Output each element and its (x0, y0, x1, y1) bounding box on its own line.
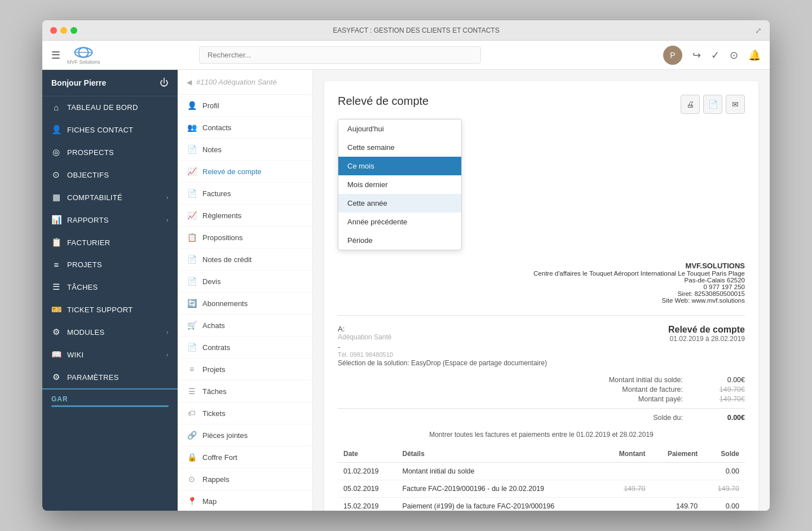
secondary-nav-label: Propositions (202, 233, 243, 242)
secondary-nav-reglements[interactable]: 📈 Règlements (178, 205, 312, 227)
row3-date: 15.02.2019 (338, 498, 396, 511)
period-option-prev-year[interactable]: Année précédente (338, 213, 461, 231)
sidebar-item-objectifs[interactable]: ⊙ OBJECTIFS (42, 163, 178, 186)
close-button[interactable] (50, 27, 57, 34)
summary-initial-row: Montant initial du solde: 0.00€ (609, 376, 745, 384)
sidebar-item-label: MODULES (67, 328, 104, 337)
secondary-nav-coffre-fort[interactable]: 🔒 Coffre Fort (178, 446, 312, 468)
summary-paye-value: 149.70€ (705, 395, 745, 403)
sidebar-item-label: TABLEAU DE BORD (67, 103, 138, 112)
secondary-nav-notes-credit[interactable]: 📄 Notes de crédit (178, 249, 312, 271)
map-icon: 📍 (187, 497, 197, 506)
secondary-nav-abonnements[interactable]: 🔄 Abonnements (178, 293, 312, 315)
secondary-sidebar-header: ◀ #1100 Adéquation Santé (178, 70, 312, 95)
secondary-nav-profil[interactable]: 👤 Profil (178, 95, 312, 117)
row2-solde: 149.70 (703, 480, 745, 498)
clock-icon[interactable]: ⊙ (730, 49, 738, 61)
user-avatar[interactable]: P (663, 46, 682, 65)
secondary-nav-map[interactable]: 📍 Map (178, 490, 312, 511)
summary-paye-label: Montant payé: (638, 395, 683, 403)
secondary-nav-achats[interactable]: 🛒 Achats (178, 315, 312, 337)
pdf-button[interactable]: 📄 (703, 95, 722, 114)
summary-initial-label: Montant initial du solde: (609, 376, 683, 384)
period-option-today[interactable]: Aujourd'hui (338, 120, 461, 138)
period-dropdown-menu[interactable]: Aujourd'hui Cette semaine Ce mois Mois d… (338, 119, 462, 250)
sidebar-item-modules[interactable]: ⚙ MODULES › (42, 321, 178, 343)
factures-icon: 📄 (187, 189, 197, 198)
rapports-icon: 📊 (51, 215, 61, 225)
secondary-nav-label: Tickets (202, 409, 226, 418)
col-montant: Montant (603, 445, 651, 463)
secondary-nav-projets[interactable]: ≡ Projets (178, 359, 312, 380)
period-option-this-week[interactable]: Cette semaine (338, 138, 461, 157)
sidebar-item-wiki[interactable]: 📖 WIKI › (42, 343, 178, 366)
secondary-nav-devis[interactable]: 📄 Devis (178, 271, 312, 293)
print-button[interactable]: 🖨 (681, 95, 700, 114)
search-input[interactable] (199, 46, 481, 64)
secondary-nav-tickets[interactable]: 🏷 Tickets (178, 402, 312, 424)
power-icon[interactable]: ⏻ (160, 78, 169, 88)
secondary-nav-rappels[interactable]: ⊙ Rappels (178, 468, 312, 490)
row3-solde: 0.00 (703, 498, 745, 511)
secondary-nav-label: Notes de crédit (202, 255, 251, 264)
secondary-nav-label: Tâches (202, 387, 227, 396)
sidebar-item-ticket-support[interactable]: 🎫 TICKET SUPPORT (42, 298, 178, 321)
secondary-nav-contacts[interactable]: 👥 Contacts (178, 117, 312, 139)
titlebar: EASYFACT : GESTION DES CLIENTS ET CONTAC… (42, 20, 770, 41)
projets-icon: ≡ (51, 260, 61, 269)
contrats-icon: 📄 (187, 343, 197, 352)
modules-icon: ⚙ (51, 327, 61, 337)
secondary-nav-contrats[interactable]: 📄 Contrats (178, 337, 312, 359)
period-option-this-year[interactable]: Cette année (338, 194, 461, 213)
parametres-icon: ⚙ (51, 372, 61, 382)
row3-details: Paiement (#199) de la facture FAC-2019/0… (396, 498, 603, 511)
col-paiement: Paiement (651, 445, 703, 463)
profil-icon: 👤 (187, 101, 197, 110)
chevron-right-icon: › (166, 351, 169, 358)
sidebar-item-taches[interactable]: ☰ TÂCHES (42, 276, 178, 298)
sidebar-item-prospects[interactable]: ◎ PROSPECTS (42, 141, 178, 163)
expand-icon[interactable]: ⤢ (755, 26, 762, 35)
sidebar-item-facturier[interactable]: 📋 FACTURIER (42, 231, 178, 254)
period-option-this-month[interactable]: Ce mois (338, 157, 461, 175)
sidebar-item-fiches-contact[interactable]: 👤 FICHES CONTACT (42, 118, 178, 141)
secondary-nav-factures[interactable]: 📄 Factures (178, 183, 312, 205)
sidebar-item-comptabilite[interactable]: ▦ COMPTABILITÉ › (42, 186, 178, 209)
sidebar-item-tableau-de-bord[interactable]: ⌂ TABLEAU DE BORD (42, 96, 178, 118)
check-icon[interactable]: ✓ (711, 49, 720, 61)
sidebar-item-parametres[interactable]: ⚙ PARAMÈTRES (42, 366, 178, 388)
share-icon[interactable]: ↪ (692, 49, 701, 61)
secondary-nav-releve-compte[interactable]: 📈 Relevé de compte (178, 161, 312, 183)
bell-icon[interactable]: 🔔 (748, 49, 761, 61)
chevron-right-icon: › (166, 216, 169, 223)
period-option-last-month[interactable]: Mois dernier (338, 175, 461, 194)
secondary-nav-label: Contrats (202, 343, 230, 352)
secondary-sidebar-title: #1100 Adéquation Santé (196, 78, 277, 86)
sidebar-item-label: FICHES CONTACT (67, 126, 133, 134)
search-bar[interactable] (199, 46, 481, 64)
content-area: ◀ #1100 Adéquation Santé 👤 Profil 👥 Cont… (178, 70, 770, 511)
period-option-period[interactable]: Période (338, 231, 461, 250)
menu-icon[interactable]: ☰ (51, 49, 60, 61)
sidebar-footer-label: GAR (51, 395, 68, 403)
releve-card: Relevé de compte 🖨 📄 ✉ Aujourd'hui Cette… (324, 81, 758, 511)
sidebar-item-rapports[interactable]: 📊 RAPPORTS › (42, 209, 178, 231)
main-content: Relevé de compte 🖨 📄 ✉ Aujourd'hui Cette… (313, 70, 770, 511)
secondary-nav-propositions[interactable]: 📋 Propositions (178, 227, 312, 249)
secondary-nav-taches[interactable]: ☰ Tâches (178, 380, 312, 402)
wiki-icon: 📖 (51, 349, 61, 360)
prospects-icon: ◎ (51, 147, 61, 157)
devis-icon: 📄 (187, 277, 197, 286)
sidebar-item-label: COMPTABILITÉ (67, 193, 122, 202)
company-address2: Pas-de-Calais 62520 (338, 277, 745, 284)
sidebar-item-projets[interactable]: ≡ PROJETS (42, 254, 178, 276)
secondary-nav-notes[interactable]: 📄 Notes (178, 139, 312, 161)
secondary-nav-label: Rappels (202, 475, 230, 484)
summary-initial-value: 0.00€ (705, 376, 745, 384)
maximize-button[interactable] (70, 27, 77, 34)
email-button[interactable]: ✉ (726, 95, 745, 114)
secondary-sidebar: ◀ #1100 Adéquation Santé 👤 Profil 👥 Cont… (178, 70, 313, 511)
secondary-nav-pieces-jointes[interactable]: 🔗 Pièces jointes (178, 424, 312, 446)
minimize-button[interactable] (60, 27, 67, 34)
row2-details: Facture FAC-2019/000196 - du le 20.02.20… (396, 480, 603, 498)
